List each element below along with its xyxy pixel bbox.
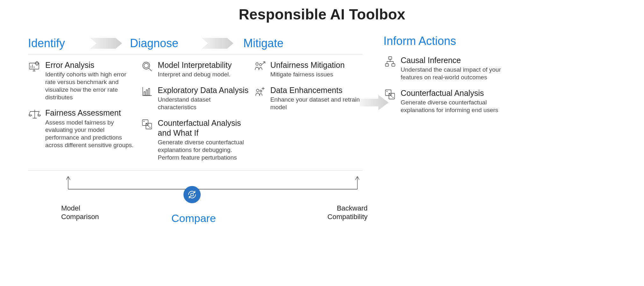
item-data-enhancements: Data Enhancements Enhance your dataset a… bbox=[253, 85, 362, 111]
compare-model-comparison: ModelComparison bbox=[61, 204, 99, 221]
divider bbox=[28, 170, 362, 171]
compare-backward-compat: BackwardCompatibility bbox=[327, 204, 368, 221]
svg-point-38 bbox=[389, 93, 390, 94]
flow-tree-icon bbox=[383, 55, 397, 69]
item-desc: Understand dataset characteristics bbox=[158, 96, 250, 111]
svg-rect-32 bbox=[389, 57, 392, 59]
people-arrow-icon bbox=[253, 60, 267, 74]
people-sparkle-icon bbox=[253, 85, 267, 99]
item-desc: Generate diverse counterfactual explanat… bbox=[158, 139, 250, 161]
item-desc: Enhance your dataset and retrain model bbox=[270, 96, 362, 111]
svg-point-24 bbox=[259, 64, 261, 66]
svg-point-20 bbox=[147, 124, 148, 125]
item-desc: Understand the causal impact of your fea… bbox=[401, 66, 517, 81]
svg-point-19 bbox=[146, 123, 147, 124]
svg-point-39 bbox=[390, 94, 391, 95]
svg-rect-14 bbox=[146, 90, 147, 96]
item-title: Exploratory Data Analysis bbox=[158, 85, 250, 95]
scales-icon bbox=[28, 108, 41, 121]
svg-point-21 bbox=[150, 127, 151, 128]
item-title: Model Interpretability bbox=[158, 60, 250, 70]
svg-point-37 bbox=[387, 91, 388, 92]
page-title: Responsible AI Toolbox bbox=[0, 0, 644, 23]
item-title: Error Analysis bbox=[45, 60, 137, 70]
stage-compare: Compare bbox=[171, 212, 216, 225]
svg-point-41 bbox=[391, 96, 392, 97]
svg-marker-1 bbox=[202, 38, 233, 49]
svg-point-23 bbox=[256, 63, 258, 65]
svg-rect-34 bbox=[392, 64, 395, 66]
svg-point-11 bbox=[144, 63, 148, 68]
svg-marker-0 bbox=[90, 38, 122, 49]
item-desc: Assess model fairness by evaluating your… bbox=[45, 119, 137, 149]
svg-rect-15 bbox=[148, 89, 150, 96]
svg-line-12 bbox=[149, 68, 152, 71]
item-counterfactual-whatif: Counterfactual Analysis and What If Gene… bbox=[140, 118, 250, 161]
arrow-diagnose-to-mitigate bbox=[200, 37, 238, 50]
compare-cycle-icon bbox=[183, 186, 201, 203]
item-title: Fairness Assessment bbox=[45, 108, 137, 118]
stage-mitigate: Mitigate bbox=[243, 37, 283, 50]
item-desc: Generate diverse counterfactual explanat… bbox=[401, 99, 517, 114]
divider bbox=[28, 54, 362, 54]
column-identify: Error Analysis Identify cohorts with hig… bbox=[28, 60, 137, 168]
svg-rect-13 bbox=[144, 92, 145, 96]
item-unfairness-mitigation: Unfairness Mitigation Mitigate fairness … bbox=[253, 60, 362, 78]
item-eda: Exploratory Data Analysis Understand dat… bbox=[140, 85, 250, 111]
item-causal-inference: Causal Inference Understand the causal i… bbox=[383, 55, 517, 81]
svg-point-3 bbox=[35, 62, 39, 65]
dice-icon bbox=[140, 118, 154, 132]
item-fairness-assessment: Fairness Assessment Assess model fairnes… bbox=[28, 108, 137, 149]
stage-inform: Inform Actions bbox=[383, 34, 517, 48]
item-title: Counterfactual Analysis bbox=[401, 88, 517, 98]
magnifier-icon bbox=[140, 60, 154, 74]
svg-point-22 bbox=[148, 125, 149, 126]
item-title: Data Enhancements bbox=[270, 85, 362, 95]
arrow-identify-to-diagnose bbox=[89, 37, 127, 50]
column-mitigate: Unfairness Mitigation Mitigate fairness … bbox=[253, 60, 362, 168]
svg-point-18 bbox=[144, 121, 145, 122]
stage-row: Identify Diagnose Mitigate bbox=[28, 34, 362, 52]
column-diagnose: Model Interpretability Interpret and deb… bbox=[140, 60, 250, 168]
item-title: Counterfactual Analysis and What If bbox=[158, 118, 250, 138]
item-title: Unfairness Mitigation bbox=[270, 60, 362, 70]
svg-point-27 bbox=[260, 90, 262, 92]
svg-line-25 bbox=[262, 62, 265, 64]
item-title: Causal Inference bbox=[401, 55, 517, 65]
item-counterfactual-inform: Counterfactual Analysis Generate diverse… bbox=[383, 88, 517, 114]
chevron-arrow-icon bbox=[202, 37, 237, 50]
stage-diagnose: Diagnose bbox=[130, 37, 200, 50]
item-desc: Mitigate fairness issues bbox=[270, 71, 362, 78]
stage-identify: Identify bbox=[28, 37, 89, 50]
monitor-chart-gear-icon bbox=[28, 60, 41, 74]
bar-chart-icon bbox=[140, 85, 154, 99]
item-model-interpretability: Model Interpretability Interpret and deb… bbox=[140, 60, 250, 78]
svg-point-26 bbox=[256, 89, 259, 92]
dice-icon bbox=[383, 88, 397, 102]
svg-rect-33 bbox=[385, 64, 389, 66]
svg-point-40 bbox=[393, 97, 394, 98]
item-desc: Interpret and debug model. bbox=[158, 71, 250, 78]
item-desc: Identify cohorts with high error rate ve… bbox=[45, 71, 137, 101]
item-error-analysis: Error Analysis Identify cohorts with hig… bbox=[28, 60, 137, 101]
compare-bracket bbox=[66, 176, 356, 192]
chevron-arrow-icon bbox=[90, 37, 125, 50]
svg-rect-30 bbox=[191, 193, 193, 196]
